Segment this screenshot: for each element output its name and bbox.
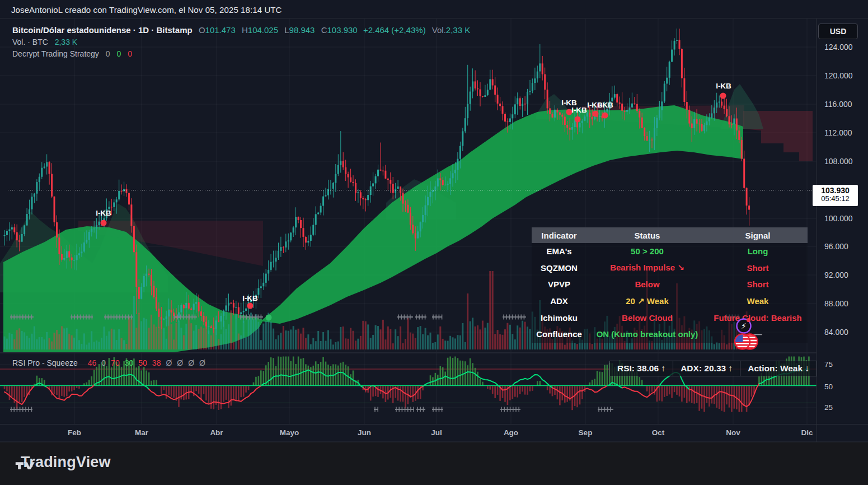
adx-badge: ADX: 20.33 ↑ — [673, 361, 740, 376]
attribution-text: JoseAntonioL creado con TradingView.com,… — [11, 5, 282, 15]
strategy-label[interactable]: Decrypt Trading Strategy — [12, 49, 99, 58]
symbol-title[interactable]: Bitcoin/Dólar estadounidense · 1D · Bits… — [12, 25, 193, 35]
rsi-legend-value: 46 — [88, 358, 97, 367]
indicator-signal: Short — [708, 279, 808, 289]
rsi-indicator-values: 46070305038ØØØØ — [83, 358, 205, 367]
indicator-name: Ichimoku — [532, 313, 587, 323]
rsi-tick-label: 75 — [824, 360, 847, 369]
month-label[interactable]: Feb — [68, 428, 81, 437]
tradingview-logo[interactable]: TradingView — [15, 454, 111, 471]
strategy-value-3: 0 — [128, 49, 132, 58]
header-status: Status — [587, 231, 708, 240]
change-value: +2.464 (+2,43%) — [363, 25, 426, 35]
month-label[interactable]: Ago — [504, 428, 518, 437]
signal-table: Indicator Status Signal EMA's50 > 200Lon… — [532, 227, 808, 343]
month-label[interactable]: Nov — [726, 428, 740, 437]
svg-text:I-KB: I-KB — [571, 106, 587, 114]
indicator-signal: — — [708, 329, 808, 339]
indicator-name: VPVP — [532, 279, 587, 289]
volume-legend[interactable]: Vol. · BTC 2,33 K — [12, 38, 77, 46]
indicator-signal: Long — [708, 246, 808, 256]
signal-table-header: Indicator Status Signal — [532, 227, 808, 243]
price-tick-label: 88.000 — [824, 299, 864, 308]
indicator-status: Bearish Impulse ↘ — [587, 263, 708, 273]
open-label: O — [199, 25, 205, 35]
price-tick-label: 96.000 — [824, 242, 864, 251]
month-label[interactable]: Jul — [431, 428, 442, 437]
high-value: 104.025 — [248, 25, 278, 35]
indicator-name: SQZMON — [532, 263, 587, 273]
indicator-status: 20 ↗ Weak — [587, 296, 708, 306]
indicator-name: Confluence — [532, 329, 587, 339]
rsi-tick-label: 25 — [824, 403, 847, 412]
tradingview-logo-icon — [15, 454, 36, 476]
chart-window: I-KBI-KBI-KBI-KBI-KBI-KBI-KB JoseAntonio… — [0, 0, 868, 485]
indicator-signal: Future Cloud: Bearish — [708, 313, 808, 323]
rsi-tick-label: 50 — [824, 383, 847, 391]
price-tick-label: 112.000 — [824, 128, 864, 137]
table-row: SQZMONBearish Impulse ↘Short — [532, 260, 808, 277]
table-row: VPVPBelowShort — [532, 276, 808, 293]
action-badge: Action: Weak ↓ — [740, 361, 817, 376]
header-signal: Signal — [708, 231, 808, 240]
rsi-badge: RSI: 38.06 ↑ — [609, 361, 673, 376]
month-label[interactable]: Abr — [210, 428, 223, 437]
price-tick-label: 120.000 — [824, 71, 864, 80]
svg-text:I-KB: I-KB — [598, 101, 613, 109]
rsi-legend-value: Ø — [199, 358, 205, 367]
currency-toggle-button[interactable]: USD — [818, 24, 858, 39]
close-label: C — [321, 25, 327, 35]
strategy-value-2: 0 — [116, 49, 121, 58]
header-indicator: Indicator — [532, 231, 587, 240]
svg-text:I-KB: I-KB — [242, 294, 258, 302]
indicator-status: Below Cloud — [587, 313, 708, 323]
status-badges: RSI: 38.06 ↑ ADX: 20.33 ↑ Action: Weak ↓ — [610, 361, 817, 376]
rsi-legend-value: Ø — [166, 358, 172, 367]
rsi-legend-value: Ø — [188, 358, 194, 367]
current-price-label: 103.930 05:45:12 — [813, 185, 858, 206]
price-tick-label: 84.000 — [824, 328, 864, 337]
month-label[interactable]: Dic — [801, 428, 813, 437]
rsi-indicator-title[interactable]: RSI Pro - Squeeze — [12, 358, 78, 367]
volume-value: 2,33 K — [446, 25, 470, 35]
price-tick-label: 108.000 — [824, 157, 864, 166]
price-tick-label: 92.000 — [824, 271, 864, 279]
current-price-value: 103.930 — [813, 186, 858, 195]
price-tick-label: 116.000 — [824, 100, 864, 109]
volume-indicator-value: 2,33 K — [55, 38, 77, 46]
indicator-status: 50 > 200 — [587, 246, 708, 256]
rsi-legend-value: 50 — [138, 358, 147, 367]
indicator-signal: Weak — [708, 296, 808, 306]
high-label: H — [242, 25, 248, 35]
close-value: 103.930 — [327, 25, 357, 35]
indicator-status: ON (Kumo breakout only) — [587, 329, 708, 339]
month-label[interactable]: Oct — [652, 428, 665, 437]
price-tick-label: 100.000 — [824, 214, 864, 223]
price-tick-label: 124.000 — [824, 43, 864, 52]
rsi-legend-value: 0 — [101, 358, 106, 367]
svg-text:I-KB: I-KB — [716, 82, 731, 90]
low-label: L — [284, 25, 289, 35]
month-label[interactable]: Mayo — [280, 428, 299, 437]
symbol-legend[interactable]: Bitcoin/Dólar estadounidense · 1D · Bits… — [12, 25, 470, 35]
table-row: ADX20 ↗ WeakWeak — [532, 293, 808, 310]
volume-label: Vol. — [432, 25, 446, 35]
rsi-legend-value: 30 — [125, 358, 134, 367]
month-label[interactable]: Sep — [579, 428, 593, 437]
strategy-legend[interactable]: Decrypt Trading Strategy 0 0 0 — [12, 49, 132, 58]
open-value: 101.473 — [205, 25, 236, 35]
rsi-legend-value: Ø — [177, 358, 183, 367]
strategy-value-1: 0 — [106, 49, 110, 58]
month-label[interactable]: Jun — [358, 428, 371, 437]
indicator-status: Below — [587, 279, 708, 289]
volume-indicator-label[interactable]: Vol. · BTC — [12, 38, 48, 46]
table-row: IchimokuBelow CloudFuture Cloud: Bearish — [532, 309, 808, 326]
month-label[interactable]: Mar — [135, 428, 148, 437]
rsi-legend-value: 70 — [111, 358, 120, 367]
rsi-legend-value: 38 — [152, 358, 161, 367]
low-value: 98.943 — [289, 25, 315, 35]
indicator-name: ADX — [532, 296, 587, 306]
rsi-indicator-legend[interactable]: RSI Pro - Squeeze46070305038ØØØØ — [12, 358, 205, 367]
signal-table-body: EMA's50 > 200LongSQZMONBearish Impulse ↘… — [532, 243, 808, 343]
bar-countdown: 05:45:12 — [813, 194, 858, 203]
